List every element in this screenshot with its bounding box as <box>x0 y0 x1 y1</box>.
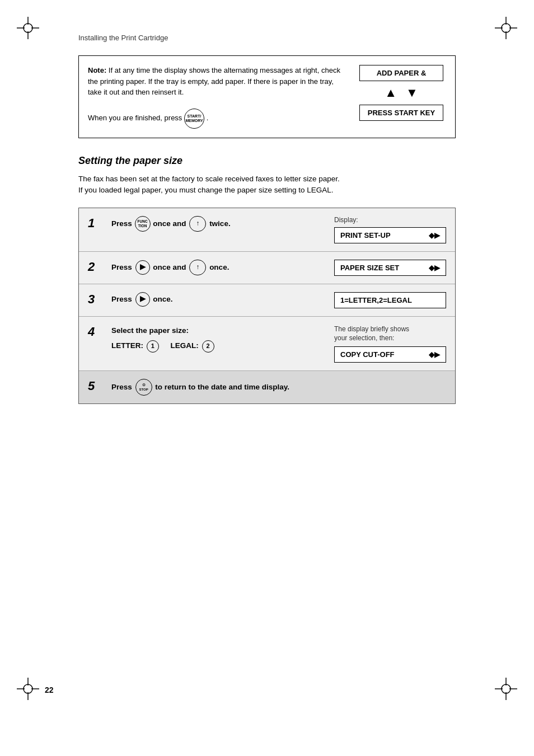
step-4-letter-label: LETTER: <box>111 341 143 350</box>
section-description: The fax has been set at the factory to s… <box>78 173 456 196</box>
step-3-lcd-text: 1=LETTER,2=LEGAL <box>340 296 412 304</box>
corner-mark-bl <box>17 678 39 700</box>
step-2-content: Press ▶ once and ↑ once. <box>111 260 325 275</box>
step-5-press-text: Press <box>111 383 132 391</box>
step-4-lcd-text: COPY CUT-OFF <box>340 350 395 359</box>
nav-up-btn-1: ↑ <box>189 216 206 232</box>
step-1-press-text: Press <box>111 219 132 227</box>
step-5-return-text: to return to the date and time display. <box>155 383 289 391</box>
nav-right-btn-2a: ▶ <box>135 260 150 275</box>
step-row-5: 5 Press ⊙STOP to return to the date and … <box>79 371 455 403</box>
step-4-legal-label: LEGAL: <box>171 341 199 350</box>
note-paragraph: Note: If at any time the display shows t… <box>88 65 345 98</box>
step-row-1: 1 Press FUNCTION once and ↑ twice. Displ… <box>79 208 455 252</box>
note-finish-prefix: When you are finished, press <box>88 114 182 122</box>
step-row-3: 3 Press ▶ once. 1=LETTER,2=LEGAL <box>79 284 455 317</box>
step-number-2: 2 <box>88 260 102 274</box>
step-4-note1: The display briefly shows <box>334 325 409 333</box>
legal-key-2: 2 <box>202 340 214 353</box>
step-1-lcd-arrow: ◆▶ <box>429 231 440 240</box>
step-row-2: 2 Press ▶ once and ↑ once. PAPER SIZE SE… <box>79 252 455 284</box>
step-2-lcd-arrow: ◆▶ <box>429 264 440 272</box>
start-memory-button-icon: START/MEMORY <box>184 109 204 129</box>
step-2-lcd-text: PAPER SIZE SET <box>340 264 399 272</box>
step-number-3: 3 <box>88 292 102 307</box>
svg-point-10 <box>24 684 32 693</box>
down-arrow-icon: ▼ <box>406 86 418 100</box>
step-3-lcd: 1=LETTER,2=LEGAL <box>334 292 446 308</box>
step-1-display: Display: PRINT SET-UP ◆▶ <box>334 216 446 243</box>
step-1-content: Press FUNCTION once and ↑ twice. <box>111 216 325 232</box>
step-4-content: Select the paper size: LETTER: 1 LEGAL: … <box>111 325 325 353</box>
section-desc-line2: If you loaded legal paper, you must chan… <box>78 185 456 196</box>
step-2-once2-text: once. <box>209 262 229 271</box>
step-3-press-text: Press <box>111 294 132 303</box>
corner-mark-tr <box>495 17 517 39</box>
svg-point-15 <box>502 684 510 693</box>
step-1-lcd-text: PRINT SET-UP <box>340 231 391 240</box>
step-1-once-text: once and <box>153 219 186 227</box>
step-row-4: 4 Select the paper size: LETTER: 1 LEGAL… <box>79 317 455 372</box>
step-3-content: Press ▶ once. <box>111 292 325 307</box>
step-number-1: 1 <box>88 216 102 231</box>
svg-point-5 <box>502 24 510 32</box>
note-display-box-1: ADD PAPER & <box>359 65 443 81</box>
step-4-lcd-arrow: ◆▶ <box>429 350 440 359</box>
step-5-content: Press ⊙STOP to return to the date and ti… <box>111 379 289 396</box>
step-1-lcd: PRINT SET-UP ◆▶ <box>334 227 446 243</box>
function-key-icon: FUNCTION <box>135 216 151 232</box>
step-4-note2: your selection, then: <box>334 334 394 342</box>
section-desc-line1: The fax has been set at the factory to s… <box>78 173 456 185</box>
nav-right-btn-3: ▶ <box>135 292 150 307</box>
note-display-box-2: PRESS START KEY <box>359 105 443 121</box>
up-arrow-icon: ▲ <box>385 86 397 100</box>
note-finish-suffix: . <box>207 114 209 122</box>
step-3-display: 1=LETTER,2=LEGAL <box>334 292 446 308</box>
note-body-text: If at any time the display shows the alt… <box>88 66 340 96</box>
step-1-display-label: Display: <box>334 216 358 224</box>
svg-point-0 <box>24 24 32 32</box>
page-number: 22 <box>45 685 54 694</box>
note-text-area: Note: If at any time the display shows t… <box>88 65 345 129</box>
step-3-once-text: once. <box>153 294 172 303</box>
step-4-select-label: Select the paper size: <box>111 325 325 337</box>
corner-mark-br <box>495 678 517 700</box>
steps-table: 1 Press FUNCTION once and ↑ twice. Displ… <box>78 208 456 405</box>
step-2-press-text: Press <box>111 262 132 271</box>
page: Installing the Print Cartridge Note: If … <box>0 0 534 756</box>
step-number-5: 5 <box>88 379 102 393</box>
nav-up-btn-2: ↑ <box>189 260 206 275</box>
note-display-area: ADD PAPER & ▲ ▼ PRESS START KEY <box>357 65 446 129</box>
step-number-4: 4 <box>88 325 102 339</box>
section-heading: Setting the paper size <box>78 155 456 167</box>
letter-key-1: 1 <box>147 340 159 353</box>
breadcrumb: Installing the Print Cartridge <box>78 34 489 42</box>
step-2-lcd: PAPER SIZE SET ◆▶ <box>334 260 446 276</box>
corner-mark-tl <box>17 17 39 39</box>
step-4-options: LETTER: 1 LEGAL: 2 <box>111 340 325 352</box>
step-4-lcd: COPY CUT-OFF ◆▶ <box>334 346 446 363</box>
note-finish-text: When you are finished, press START/MEMOR… <box>88 109 345 129</box>
step-2-display: PAPER SIZE SET ◆▶ <box>334 260 446 276</box>
note-box: Note: If at any time the display shows t… <box>78 55 456 138</box>
stop-button-icon: ⊙STOP <box>135 379 152 396</box>
note-arrows: ▲ ▼ <box>385 86 418 100</box>
step-1-twice-text: twice. <box>209 219 231 227</box>
step-4-display: The display briefly shows your selection… <box>334 325 446 363</box>
step-4-display-note: The display briefly shows your selection… <box>334 325 409 344</box>
note-label: Note: <box>88 66 106 74</box>
step-2-once-text: once and <box>153 262 186 271</box>
